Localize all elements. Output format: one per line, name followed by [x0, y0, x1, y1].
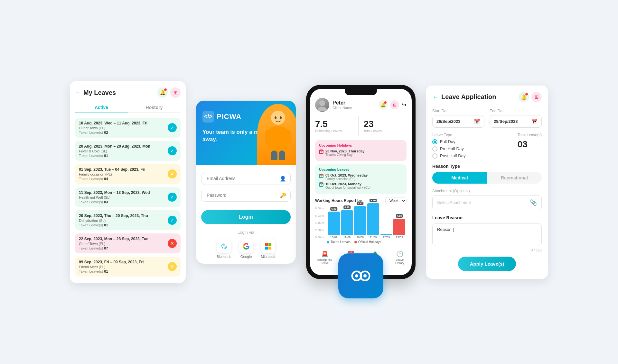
google-button[interactable]: Google — [239, 239, 253, 259]
medical-button[interactable]: Medical — [432, 172, 487, 184]
leave-card-info: 20 Aug, 2023, Mon – 20 Aug, 2023, Mon Fe… — [79, 144, 165, 158]
leave-card: 10 Aug, 2023, Wed – 11 Aug, 2023, Fri Ou… — [75, 118, 181, 138]
paperclip-icon: 📎 — [530, 199, 537, 206]
bar: 7.37 — [354, 206, 366, 235]
chart-body: 8.30 hr 6.23 hr 4.15 hr 2.08 hr 0.00 hr — [315, 207, 407, 244]
leave-card-info: 22 Sep, 2023, Mon – 28 Sep, 2023, Tue Ou… — [79, 237, 165, 250]
login-banner: </> PICWA Your team is only a mobile app… — [196, 101, 296, 165]
svg-point-18 — [363, 274, 367, 278]
chart-bars: 6.00 18/09 6.40 19/09 — [327, 207, 407, 239]
attachment-input[interactable]: Select Attachment 📎 — [432, 195, 542, 210]
leave-desc: Dehydration (SL) — [79, 219, 165, 223]
phone-bell-icon[interactable]: 🔔 — [379, 100, 388, 109]
logo-icon: </> — [202, 111, 214, 123]
leave-dot-icon: 📅 — [319, 174, 323, 178]
leave-taken: Taken Leave(s) 04 — [79, 177, 165, 181]
login-button[interactable]: Login — [201, 210, 291, 224]
biometric-icon — [217, 239, 231, 253]
nav-history-label: LeaveHistory — [395, 258, 404, 265]
recreational-button[interactable]: Recreational — [487, 172, 542, 184]
microsoft-button[interactable]: Microsoft — [261, 239, 276, 259]
leave-app-header: ← Leave Application 🔔 ⊞ — [432, 92, 542, 102]
password-input[interactable] — [201, 189, 291, 202]
notification-badge — [164, 88, 167, 91]
phone-grid-icon[interactable]: ⊞ — [390, 100, 399, 109]
reason-type-label: Reason Type — [432, 164, 542, 169]
full-day-option[interactable]: Full Day — [432, 139, 510, 144]
lock-icon: 🔑 — [280, 192, 286, 198]
reason-textarea[interactable]: Reason | — [432, 223, 542, 246]
la-badge — [525, 93, 528, 96]
bar-label: 19/09 — [343, 236, 351, 239]
leave-taken: Taken Leave(s) 02 — [79, 131, 165, 134]
la-bell-icon[interactable]: 🔔 — [519, 92, 529, 102]
end-date-input[interactable]: 28/Sep/2023 📅 — [490, 115, 542, 128]
start-date-field: Start Date 26/Sep/2023 📅 — [432, 109, 484, 128]
leave-card-info: 01 Sep, 2023, Tue – 04 Sep, 2023, Fri Fa… — [79, 167, 165, 181]
post-half-day-radio[interactable] — [432, 153, 437, 159]
tab-active[interactable]: Active — [75, 102, 128, 113]
back-arrow-icon[interactable]: ← — [75, 89, 81, 96]
grid-menu-icon[interactable]: ⊞ — [170, 87, 181, 98]
total-leaves-value: 03 — [518, 139, 542, 150]
nav-emergency-leave[interactable]: 🚨 EmergencyLeave — [317, 250, 332, 265]
phone-badge — [384, 101, 387, 104]
chart-title: Working Hours Report by — [315, 198, 362, 203]
post-half-day-label: Post Half Day — [440, 153, 465, 158]
svg-rect-1 — [268, 126, 288, 152]
bar-label: 23/09 — [396, 236, 403, 239]
app-icon — [338, 253, 383, 298]
profile-info: Peter Client Name — [332, 100, 352, 110]
pre-half-day-option[interactable]: Pre Half Day — [432, 146, 510, 151]
apply-leave-button[interactable]: Apply Leave(s) — [458, 257, 516, 271]
leaves-tabs: Active Hostory — [75, 102, 181, 113]
svg-point-6 — [275, 116, 276, 119]
la-grid-icon[interactable]: ⊞ — [531, 92, 542, 102]
svg-point-13 — [319, 100, 325, 106]
profile-role: Client Name — [332, 106, 352, 110]
start-date-input[interactable]: 26/Sep/2023 📅 — [432, 115, 484, 128]
phone-notch — [345, 89, 377, 95]
working-hours-chart: Working Hours Report by Week 8.30 hr 6.2… — [315, 197, 407, 244]
email-input[interactable] — [201, 172, 291, 185]
back-arrow-la-icon[interactable]: ← — [432, 93, 439, 101]
tab-history[interactable]: Hostory — [128, 102, 181, 113]
leave-desc: Out of Town (PL) — [79, 242, 165, 246]
app-icon-container — [338, 253, 383, 298]
y-label: 4.15 hr — [315, 221, 324, 224]
google-icon — [239, 239, 253, 253]
end-date-label: End Date — [490, 109, 542, 113]
leave-date: 22 Sep, 2023, Mon – 28 Sep, 2023, Tue — [79, 237, 165, 241]
leave-desc: Family occasion (PL) — [79, 172, 165, 176]
legend-holiday: Official Holidays — [354, 240, 381, 244]
holiday-info: 23 Nov, 2023, Thursday Thanks Giving Day — [325, 149, 364, 157]
bar-value: 6.40 — [343, 205, 351, 209]
bar-20: 7.37 20/09 — [354, 206, 366, 239]
leaves-stats: 7.5 Remaining Leaves 23 Total Leaves — [315, 116, 407, 136]
my-leaves-panel: ← My Leaves 🔔 ⊞ Active Hostory 10 Aug, 2… — [70, 81, 186, 283]
bar: 6.00 — [328, 212, 340, 235]
nav-leave-history[interactable]: 🕐 LeaveHistory — [395, 250, 404, 265]
leave-type-options: Full Day Pre Half Day Post Half Day — [432, 139, 510, 159]
microsoft-icon — [261, 239, 275, 253]
post-half-day-option[interactable]: Post Half Day — [432, 153, 510, 159]
leave-type-col: Leave Type Full Day Pre Half Day Post Ha… — [432, 133, 510, 159]
bar-value: 6.00 — [331, 207, 338, 211]
upcoming-leave-date: 16 Oct, 2023, Monday — [325, 182, 370, 186]
chart-period-select[interactable]: Week — [385, 197, 407, 204]
calendar-start-icon: 📅 — [474, 118, 480, 124]
pre-half-day-radio[interactable] — [432, 146, 437, 151]
leave-card: 22 Sep, 2023, Mon – 28 Sep, 2023, Tue Ou… — [75, 233, 181, 253]
logout-icon[interactable]: ↪ — [402, 101, 407, 108]
y-label: 2.08 hr — [315, 229, 324, 232]
logo-text: PICWA — [217, 113, 241, 121]
svg-rect-9 — [265, 243, 268, 246]
leave-desc: Fever & Cold (SL) — [79, 149, 165, 153]
svg-rect-4 — [271, 150, 277, 160]
y-label: 8.30 hr — [315, 207, 324, 210]
notification-bell-icon[interactable]: 🔔 — [157, 87, 168, 98]
y-label: 0.00 hr — [315, 236, 324, 239]
leave-card-info: 20 Sep, 2023, Thu – 20 Sep, 2023, Thu De… — [79, 214, 165, 227]
biometric-button[interactable]: Biometric — [217, 239, 231, 259]
full-day-radio[interactable] — [432, 139, 437, 144]
